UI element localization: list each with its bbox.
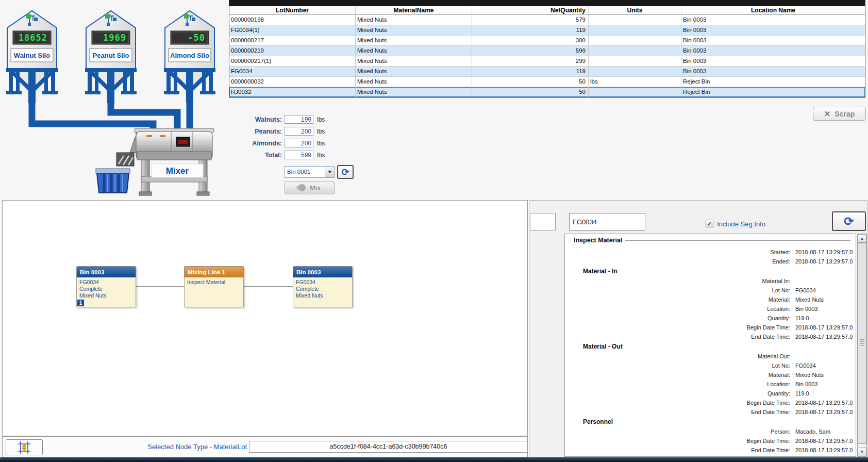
detail-row: Material:Mixed Nuts	[565, 370, 854, 380]
graph-node[interactable]: Mixing Line 1Inspect Material	[184, 266, 244, 307]
silo-legs	[85, 68, 137, 103]
silo-legs	[6, 68, 58, 103]
amount-input-2[interactable]	[285, 139, 313, 147]
table-cell: Bin 0003	[681, 56, 865, 66]
table-row[interactable]: FG0034Mixed Nuts119Bin 0003	[229, 67, 865, 77]
fit-view-button[interactable]	[6, 439, 43, 455]
fit-view-icon	[18, 441, 31, 454]
include-seg-checkbox[interactable]: ✓	[706, 220, 713, 227]
detail-value: Bin 0003	[795, 306, 817, 312]
column-header-3[interactable]: Units	[589, 6, 681, 14]
chevron-down-icon	[328, 171, 332, 173]
node-title: Bin 0003	[293, 266, 353, 277]
mix-form-row: Almonds:lbs	[206, 139, 325, 147]
amount-input-1[interactable]	[285, 127, 313, 136]
bin-dropdown[interactable]: Bin 0001	[285, 166, 335, 178]
bin-dropdown-button[interactable]	[325, 167, 334, 177]
table-cell: RJ0032	[229, 87, 356, 97]
unit-label: lbs	[317, 152, 325, 159]
inspect-refresh-button[interactable]: ⟳	[832, 211, 866, 231]
detail-label: Lot No:	[565, 287, 790, 293]
detail-value: Mixed Nuts	[795, 372, 824, 378]
silo-name-label: Walnut Silo	[14, 52, 50, 59]
table-cell: Bin 0003	[681, 15, 865, 25]
detail-label: Material In:	[565, 278, 790, 284]
table-row[interactable]: 0000000217(1)Mixed Nuts299Bin 0003	[229, 56, 865, 67]
detail-row: End Date Time:2018-08-17 13:29:57.0	[565, 332, 854, 341]
table-row[interactable]: 0000000198Mixed Nuts579Bin 0003	[229, 15, 865, 25]
amount-input-0[interactable]	[285, 115, 313, 124]
detail-row: End Date Time:2018-08-17 13:29:57.0	[565, 407, 854, 417]
title-rule	[625, 240, 850, 241]
scrap-button-label: Scrap	[834, 110, 855, 118]
table-cell	[589, 25, 681, 35]
mix-form-row: Peanuts:lbs	[206, 127, 325, 136]
detail-label: Material:	[565, 372, 790, 378]
table-cell	[589, 87, 681, 97]
scrap-button[interactable]: ✕ Scrap	[813, 107, 866, 121]
lot-inventory-table: LotNumberMaterialNameNetQuantityUnitsLoc…	[229, 0, 865, 98]
column-header-4[interactable]: Location Name	[681, 6, 865, 14]
detail-label: End Date Time:	[565, 409, 790, 415]
table-cell: 599	[472, 46, 589, 56]
selected-node-type-label: Selected Node Type - MaterialLot	[126, 443, 247, 451]
detail-scrollbar[interactable]: ▲ ▼	[857, 234, 867, 457]
graph-node[interactable]: Bin 0003FG0034CompleteMixed Nuts	[293, 266, 353, 307]
inventory-header-row: LotNumberMaterialNameNetQuantityUnitsLoc…	[229, 6, 865, 15]
column-header-2[interactable]: NetQuantity	[472, 6, 589, 14]
detail-label: Quantity:	[565, 315, 790, 321]
table-cell: 299	[472, 56, 589, 66]
detail-row: Ended:2018-08-17 13:29:57.0	[565, 257, 854, 266]
column-header-1[interactable]: MaterialName	[356, 6, 472, 14]
field-label: Almonds:	[206, 140, 282, 147]
mix-button[interactable]: Mix	[285, 181, 335, 194]
silo-display-value: -50	[188, 32, 205, 43]
detail-label: Material:	[565, 296, 790, 303]
node-title: Bin 0003	[76, 266, 136, 277]
thumb-grip	[860, 345, 864, 346]
graph-node[interactable]: Bin 0003FG0034CompleteMixed Nuts1	[76, 266, 136, 307]
silo-name-label: Peanut Silo	[93, 52, 129, 59]
table-cell: Bin 0003	[681, 67, 865, 76]
table-row[interactable]: 0000000032Mixed Nuts50lbsReject Bin	[229, 77, 865, 87]
silo-legs	[164, 68, 215, 103]
detail-label: Location:	[565, 381, 790, 387]
thumb-grip	[860, 339, 864, 340]
column-header-0[interactable]: LotNumber	[229, 6, 356, 14]
table-cell: 0000000198	[229, 15, 356, 25]
scrollbar-thumb[interactable]	[858, 243, 866, 444]
unit-label: lbs	[317, 116, 325, 123]
detail-row: Started:2018-08-17 13:29:57.0	[565, 248, 854, 257]
table-row[interactable]: 0000000219Mixed Nuts599Bin 0003	[229, 46, 865, 56]
table-cell	[589, 67, 681, 76]
detail-label: Started:	[565, 249, 790, 255]
table-cell: Mixed Nuts	[356, 15, 472, 25]
silo-1: 1969Peanut Silo	[85, 11, 137, 103]
table-row[interactable]: FG0034(1)Mixed Nuts119Bin 0003	[229, 25, 865, 36]
table-cell: 119	[472, 67, 589, 76]
scroll-down-icon[interactable]: ▼	[858, 448, 866, 456]
selected-node-uuid-field[interactable]: a5ccde1f-f084-4cc1-a63d-c30b99b740c6	[249, 441, 528, 453]
detail-value: FG0034	[795, 362, 816, 369]
amount-input-3[interactable]	[285, 151, 313, 159]
field-label: Total:	[206, 152, 282, 159]
mixer-graphic: Mixer	[116, 128, 214, 195]
detail-row: Begin Date Time:2018-08-17 13:29:57.0	[565, 323, 854, 332]
scroll-up-icon[interactable]: ▲	[858, 234, 866, 243]
table-row[interactable]: RJ0032Mixed Nuts50Reject Bin	[229, 87, 865, 97]
bin-refresh-button[interactable]: ⟳	[337, 165, 354, 179]
trace-graph-panel[interactable]	[2, 200, 528, 436]
node-line: FG0034	[79, 279, 133, 286]
detail-row: Quantity:119.0	[565, 314, 854, 323]
node-badge: 1	[77, 300, 84, 306]
bottom-status-bar	[0, 457, 868, 462]
node-title: Mixing Line 1	[184, 266, 244, 277]
table-row[interactable]: 0000000217Mixed Nuts300Bin 0003	[229, 36, 865, 46]
node-body: Inspect Material	[184, 277, 244, 307]
node-body: FG0034CompleteMixed Nuts1	[76, 277, 136, 307]
detail-value: 2018-08-17 13:29:57.0	[795, 400, 853, 406]
detail-label: Begin Date Time:	[565, 400, 790, 406]
detail-value: 2018-08-17 13:29:57.0	[795, 409, 853, 415]
blank-field[interactable]	[530, 213, 556, 230]
lot-search-input[interactable]	[569, 213, 645, 230]
